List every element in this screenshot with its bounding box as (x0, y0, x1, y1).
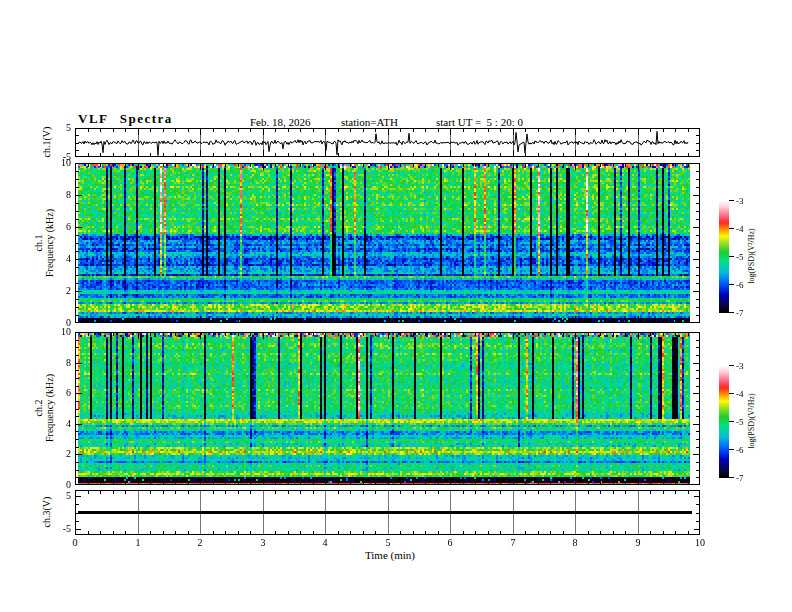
tick-mark (363, 481, 364, 484)
tick-mark (475, 531, 476, 534)
tick-mark (688, 333, 689, 336)
tick-mark (100, 481, 101, 484)
tick-mark (613, 531, 614, 534)
tick-mark (125, 333, 126, 336)
tick-mark (413, 481, 414, 484)
tick-mark (438, 153, 439, 156)
tick-mark (696, 203, 699, 204)
tick-mark (200, 164, 201, 170)
tick-mark (338, 491, 339, 494)
tick-mark (125, 129, 126, 132)
tick-mark (675, 153, 676, 156)
tick-mark (88, 129, 89, 132)
tick-mark (488, 481, 489, 484)
tick-mark (513, 129, 514, 135)
tick-mark (175, 319, 176, 322)
tick-mark (350, 153, 351, 156)
tick-mark (688, 153, 689, 156)
tick-mark (696, 347, 699, 348)
tick-mark (313, 153, 314, 156)
tick-mark (550, 153, 551, 156)
tick-mark (325, 164, 326, 170)
freq-tick-label: 0 (49, 480, 71, 490)
tick-mark (693, 259, 699, 260)
tick-mark (600, 164, 601, 167)
tick-mark (588, 164, 589, 167)
ch3-voltage-axis-label: ch.3(V) (41, 497, 52, 528)
tick-mark (225, 531, 226, 534)
tick-mark (650, 319, 651, 322)
tick-mark (150, 531, 151, 534)
tick-mark (175, 153, 176, 156)
tick-mark (300, 129, 301, 132)
tick-mark (200, 316, 201, 322)
colorbar-tick-label: -4 (736, 224, 744, 234)
tick-mark (613, 481, 614, 484)
tick-mark (425, 481, 426, 484)
tick-mark (696, 235, 699, 236)
tick-mark (696, 267, 699, 268)
freq-tick-label: 2 (49, 449, 71, 459)
tick-mark (613, 333, 614, 336)
tick-mark (413, 531, 414, 534)
tick-mark (100, 129, 101, 132)
tick-mark (350, 129, 351, 132)
tick-mark (450, 150, 451, 156)
tick-mark (76, 401, 79, 402)
tick-mark (213, 129, 214, 132)
tick-mark (213, 164, 214, 167)
tick-mark (275, 129, 276, 132)
ch2-label-line: ch.2 (33, 374, 44, 442)
tick-mark (225, 333, 226, 336)
tick-mark (363, 333, 364, 336)
time-tick-label: 2 (187, 538, 213, 548)
tick-mark (413, 153, 414, 156)
tick-mark (76, 187, 79, 188)
tick-mark (100, 531, 101, 534)
tick-mark (350, 164, 351, 167)
tick-mark (625, 333, 626, 336)
tick-mark (438, 129, 439, 132)
tick-mark (696, 251, 699, 252)
tick-mark (513, 150, 514, 156)
tick-mark (76, 504, 79, 505)
tick-mark (163, 333, 164, 336)
tick-mark (400, 333, 401, 336)
tick-mark (563, 333, 564, 336)
freq-tick-label: 0 (49, 318, 71, 328)
frequency-units-line: Frequency (kHz) (44, 374, 55, 442)
tick-mark (238, 153, 239, 156)
tick-mark (588, 531, 589, 534)
tick-mark (76, 521, 79, 522)
tick-mark (263, 333, 264, 339)
tick-mark (663, 164, 664, 167)
tick-mark (138, 164, 139, 170)
tick-mark (696, 409, 699, 410)
colorbar-ch1 (719, 200, 729, 313)
tick-mark (275, 319, 276, 322)
tick-mark (696, 431, 699, 432)
tick-mark (163, 319, 164, 322)
tick-mark (275, 481, 276, 484)
tick-mark (463, 481, 464, 484)
ch1-spectrogram-canvas (78, 164, 690, 322)
tick-mark (100, 333, 101, 336)
tick-mark (575, 478, 576, 484)
tick-mark (400, 129, 401, 132)
tick-mark (513, 164, 514, 170)
tick-mark (500, 481, 501, 484)
tick-mark (338, 531, 339, 534)
tick-mark (450, 129, 451, 135)
tick-mark (225, 153, 226, 156)
tick-mark (288, 129, 289, 132)
tick-mark (450, 164, 451, 170)
tick-mark (113, 319, 114, 322)
tick-mark (238, 129, 239, 132)
tick-mark (388, 129, 389, 135)
tick-mark (600, 333, 601, 336)
tick-mark (100, 319, 101, 322)
tick-mark (438, 164, 439, 167)
tick-mark (625, 153, 626, 156)
tick-mark (188, 333, 189, 336)
tick-mark (76, 211, 79, 212)
